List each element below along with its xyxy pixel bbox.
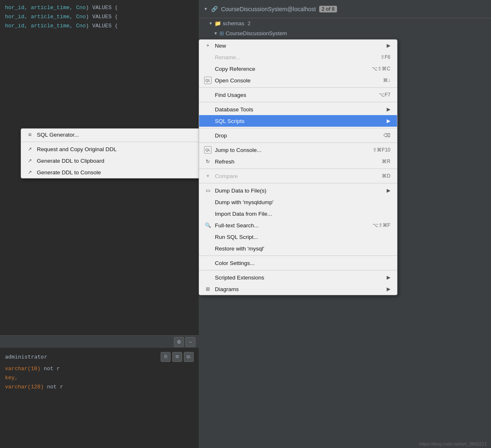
bottom-code-line-3: varchar(128) not r [5,383,194,392]
menu-label-run-sql: Run SQL Script... [215,234,390,240]
schema-icon: ⊞ [219,30,224,36]
menu-label-find-usages: Find Usages [215,92,375,98]
schema-item[interactable]: ▼ ⊞ CourseDiscussionSystem [199,28,491,38]
find-usages-shortcut: ⌥F7 [379,92,390,98]
schema-name: CourseDiscussionSystem [226,30,287,36]
diagrams-icon: ⊞ [204,285,212,293]
refresh-icon: ↻ [204,158,212,165]
separator-3 [199,128,397,128]
menu-item-color-settings[interactable]: Color Settings... [199,257,397,269]
menu-item-new[interactable]: + New ▶ [199,40,397,51]
menu-item-compare: ✦ Compare ⌘D [199,170,397,182]
menu-label-new: New [215,43,382,49]
menu-item-db-tools[interactable]: Database Tools ▶ [199,104,397,115]
menu-label-restore-mysql: Restore with 'mysql' [215,246,390,252]
separator-8 [199,270,397,270]
fulltext-search-shortcut: ⌥⇧⌘F [373,222,390,228]
sql-gen-icon: ≡ [26,131,34,138]
code-line-1: hor_id, article_time, Cno) VALUES ( [5,3,194,12]
menu-item-restore-mysql[interactable]: Restore with 'mysql' [199,243,397,254]
dump-mysqldump-icon [204,198,212,206]
schemas-expand-icon: ▼ [209,21,213,26]
menu-label-db-tools: Database Tools [215,106,382,113]
drop-icon [204,132,212,139]
run-sql-icon [204,233,212,241]
menu-item-open-console[interactable]: QL Open Console ⌘↓ [199,75,397,86]
separator-6 [199,183,397,183]
context-menu-right: + New ▶ Rename... ⇧F6 Copy Reference ⌥⇧⌘… [199,39,397,295]
drop-shortcut: ⌫ [383,132,390,138]
copy-ref-icon [204,65,212,72]
menu-item-run-sql[interactable]: Run SQL Script... [199,231,397,243]
sql-scripts-arrow: ▶ [387,118,390,124]
menu-label-color-settings: Color Settings... [215,260,390,266]
menu-item-scripted-ext[interactable]: Scripted Extensions ▶ [199,272,397,283]
code-line-2: hor_id, article_time, Cno) VALUES ( [5,12,194,22]
gen-clipboard-icon: ↗ [26,157,34,164]
request-ddl-icon: ↗ [26,145,34,153]
separator-2 [199,102,397,102]
bottom-code-line-1: varchar(10) not r [5,364,194,373]
schemas-item[interactable]: ▼ 📁 schemas 2 [199,18,491,28]
menu-label-copy-ref: Copy Reference [215,66,368,72]
menu-label-open-console: Open Console [215,77,380,84]
menu-item-dump-file[interactable]: ▭ Dump Data to File(s) ▶ [199,185,397,196]
menu-item-dump-mysqldump[interactable]: Dump with 'mysqldump' [199,196,397,208]
bottom-toolbar: ⚙ − [0,335,199,348]
jump-console-shortcut: ⇧⌘F10 [373,147,390,153]
fulltext-search-icon: 🔍 [204,222,212,229]
menu-item-sql-scripts[interactable]: SQL Scripts ▶ [199,115,397,127]
sql-scripts-icon [204,117,212,125]
schemas-count: 2 [248,20,250,26]
menu-item-copy-ref[interactable]: Copy Reference ⌥⇧⌘C [199,63,397,75]
scripted-ext-icon [204,274,212,281]
rename-icon [204,53,212,61]
diagrams-arrow: ▶ [387,286,390,292]
open-console-shortcut: ⌘↓ [383,77,390,83]
code-line-3: hor_id, article_time, Cno) VALUES ( [5,22,194,31]
schema-expand-icon: ▼ [214,31,218,36]
gen-console-icon: ↗ [26,169,34,176]
find-usages-icon [204,91,212,99]
compare-shortcut: ⌘D [382,173,390,179]
menu-item-fulltext-search[interactable]: 🔍 Full-text Search... ⌥⇧⌘F [199,219,397,231]
bottom-tab-label: administrator [5,352,47,361]
separator-1 [199,87,397,88]
new-arrow: ▶ [387,43,390,48]
bottom-code-editor: administrator ⎘ ⊟ QL varchar(10) not r k… [0,349,199,448]
import-file-icon [204,210,212,217]
menu-item-refresh[interactable]: ↻ Refresh ⌘R [199,156,397,167]
menu-label-refresh: Refresh [215,159,378,165]
restore-mysql-icon [204,245,212,252]
menu-label-jump-console: Jump to Console... [215,147,369,153]
menu-label-drop: Drop [215,132,380,139]
separator-4 [199,142,397,143]
menu-label-sql-scripts: SQL Scripts [215,118,382,124]
menu-item-jump-console[interactable]: QL Jump to Console... ⇧⌘F10 [199,144,397,156]
dump-file-icon: ▭ [204,187,212,194]
menu-label-import-file: Import Data from File... [215,211,390,217]
menu-item-rename: Rename... ⇧F6 [199,51,397,63]
db-header: ▼ 🔗 CourseDiscussionSystem@localhost 2 o… [199,0,491,18]
new-icon: + [204,42,212,49]
menu-label-diagrams: Diagrams [215,286,382,292]
scripted-ext-arrow: ▶ [387,275,390,280]
gear-button[interactable]: ⚙ [174,337,184,347]
copy-button[interactable]: ⎘ [161,352,171,362]
connection-name: CourseDiscussionSystem@localhost [221,6,316,12]
menu-item-drop[interactable]: Drop ⌫ [199,130,397,141]
rename-shortcut: ⇧F6 [380,54,390,60]
connection-icon: 🔗 [211,6,218,12]
connection-badge: 2 of 8 [319,6,337,12]
paste-button[interactable]: ⊟ [172,352,182,362]
copy-ref-shortcut: ⌥⇧⌘C [372,66,390,72]
connection-expand-icon[interactable]: ▼ [204,7,208,11]
menu-label-dump-mysqldump: Dump with 'mysqldump' [215,199,390,205]
color-settings-icon [204,259,212,267]
console-button[interactable]: QL [184,352,194,362]
minus-button[interactable]: − [185,337,195,347]
menu-item-diagrams[interactable]: ⊞ Diagrams ▶ [199,283,397,295]
menu-item-import-file[interactable]: Import Data from File... [199,208,397,219]
jump-console-icon: QL [204,146,212,154]
menu-item-find-usages[interactable]: Find Usages ⌥F7 [199,89,397,101]
